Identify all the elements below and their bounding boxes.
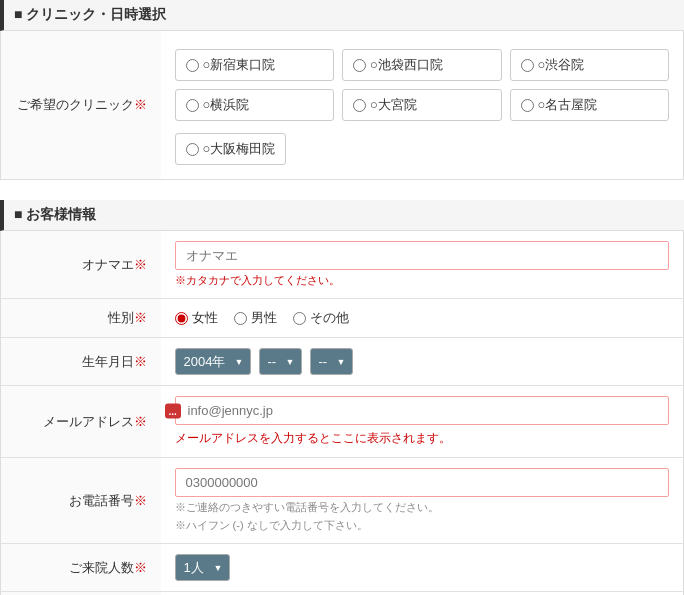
gender-label: 性別※ [1, 299, 161, 338]
gender-male-label[interactable]: 男性 [234, 309, 277, 327]
clinic-label: ご希望のクリニック※ [1, 31, 161, 180]
visitors-label: ご来院人数※ [1, 544, 161, 592]
name-label: オナマエ※ [1, 231, 161, 299]
clinic-option-yokohama[interactable]: ○横浜院 [175, 89, 335, 121]
birthday-label: 生年月日※ [1, 338, 161, 386]
clinic-radio-omiya[interactable] [353, 99, 366, 112]
gender-male-radio[interactable] [234, 312, 247, 325]
clinic-radio-shibuya[interactable] [521, 59, 534, 72]
email-input-cell: ... メールアドレスを入力するとここに表示されます。 [161, 386, 684, 458]
customer-section-header: ■ お客様情報 [0, 200, 684, 231]
gender-other-radio[interactable] [293, 312, 306, 325]
clinic-section-header: ■ クリニック・日時選択 [0, 0, 684, 31]
gender-radio-group: 女性 男性 その他 [175, 309, 670, 327]
phone-input-cell: ※ご連絡のつきやすい電話番号を入力してください。 ※ハイフン (-) なしで入力… [161, 458, 684, 544]
gender-female-label[interactable]: 女性 [175, 309, 218, 327]
gender-other-label[interactable]: その他 [293, 309, 349, 327]
day-select-wrapper: -- [310, 348, 353, 375]
email-badge: ... [165, 403, 181, 418]
name-input[interactable] [175, 241, 670, 270]
month-select[interactable]: -- [259, 348, 302, 375]
phone-hint2: ※ハイフン (-) なしで入力して下さい。 [175, 518, 670, 533]
clinic-option-ikebukuro[interactable]: ○池袋西口院 [342, 49, 502, 81]
clinic-options-cell: ○新宿東口院 ○池袋西口院 ○渋谷院 ○横浜院 [161, 31, 684, 180]
clinic-option-osaka[interactable]: ○大阪梅田院 [175, 133, 287, 165]
clinic-option-nagoya[interactable]: ○名古屋院 [510, 89, 670, 121]
gender-input-cell: 女性 男性 その他 [161, 299, 684, 338]
visitors-select[interactable]: 1人 2人 3人 [175, 554, 230, 581]
clinic-radio-osaka[interactable] [186, 143, 199, 156]
year-select[interactable]: 2004年 [175, 348, 251, 375]
gender-female-radio[interactable] [175, 312, 188, 325]
day-select[interactable]: -- [310, 348, 353, 375]
clinic-option-shibuya[interactable]: ○渋谷院 [510, 49, 670, 81]
birthday-input-cell: 2004年 -- -- [161, 338, 684, 386]
birthday-date-group: 2004年 -- -- [175, 348, 670, 375]
phone-label: お電話番号※ [1, 458, 161, 544]
phone-hint1: ※ご連絡のつきやすい電話番号を入力してください。 [175, 500, 670, 515]
visitors-group: 1人 2人 3人 [175, 554, 670, 581]
name-input-cell: ※カタカナで入力してください。 [161, 231, 684, 299]
clinic-grid: ○新宿東口院 ○池袋西口院 ○渋谷院 ○横浜院 [175, 45, 670, 125]
visitors-select-wrapper: 1人 2人 3人 [175, 554, 230, 581]
source-label: ジェニークリニックを知ったきっかけ [1, 592, 161, 596]
email-label: メールアドレス※ [1, 386, 161, 458]
email-wrapper: ... [175, 396, 670, 425]
clinic-radio-nagoya[interactable] [521, 99, 534, 112]
clinic-radio-yokohama[interactable] [186, 99, 199, 112]
email-hint: メールアドレスを入力するとここに表示されます。 [175, 430, 670, 447]
name-hint: ※カタカナで入力してください。 [175, 273, 670, 288]
clinic-radio-shinjuku[interactable] [186, 59, 199, 72]
month-select-wrapper: -- [259, 348, 302, 375]
year-select-wrapper: 2004年 [175, 348, 251, 375]
email-input[interactable] [175, 396, 670, 425]
phone-input[interactable] [175, 468, 670, 497]
clinic-radio-ikebukuro[interactable] [353, 59, 366, 72]
clinic-option-shinjuku[interactable]: ○新宿東口院 [175, 49, 335, 81]
visitors-input-cell: 1人 2人 3人 [161, 544, 684, 592]
source-input-cell: 覚えていない TikTok インターネット検索 Facebook [161, 592, 684, 596]
clinic-option-omiya[interactable]: ○大宮院 [342, 89, 502, 121]
